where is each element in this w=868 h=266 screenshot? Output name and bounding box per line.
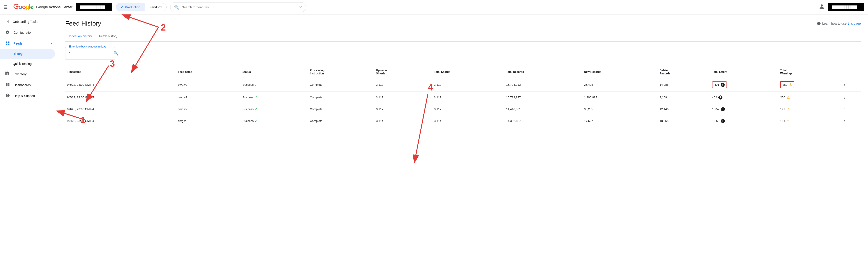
- cell-uploaded-shards: 3,117: [374, 103, 432, 115]
- cell-action[interactable]: ›: [842, 78, 861, 92]
- cell-status: Success ✓: [241, 78, 308, 92]
- user-avatar-icon[interactable]: [819, 4, 825, 11]
- col-uploaded-shards: UploadedShards: [374, 66, 432, 78]
- errors-value: 401: [714, 83, 719, 87]
- sidebar-item-inventory[interactable]: Inventory: [0, 69, 55, 79]
- cell-action[interactable]: ›: [842, 103, 861, 115]
- cell-feed-name: owg.v2: [176, 115, 241, 127]
- cell-action[interactable]: ›: [842, 92, 861, 103]
- cell-action[interactable]: ›: [842, 115, 861, 127]
- sidebar-label-feeds: Feeds: [13, 42, 23, 45]
- cell-total-warnings: 192 ⚠: [778, 103, 842, 115]
- search-input[interactable]: [182, 5, 296, 9]
- cell-total-warnings: 191 ⚠: [778, 115, 842, 127]
- cell-total-records: 14,392,187: [504, 115, 582, 127]
- errors-value: 1,257: [712, 107, 719, 111]
- learn-page-link[interactable]: this page: [848, 22, 861, 25]
- main-content: Feed History Learn how to use this page …: [58, 14, 868, 266]
- sidebar-item-quick-testing[interactable]: Quick Testing: [0, 59, 55, 69]
- config-icon: [5, 30, 10, 35]
- sidebar-label-dashboards: Dashboards: [13, 83, 31, 87]
- feed-history-table: Timestamp Feed name Status ProcessingIns…: [65, 66, 861, 127]
- col-action: [842, 66, 861, 78]
- lookback-search-icon[interactable]: 🔍: [114, 51, 118, 56]
- lookback-input[interactable]: [68, 51, 114, 56]
- table-body: 9/6/23, 23:00 GMT-4 owg.v2 Success ✓ Com…: [65, 78, 861, 127]
- cell-new-records: 1,306,987: [582, 92, 658, 103]
- production-env-button[interactable]: ✓ Production: [116, 3, 145, 11]
- sidebar-label-history: History: [13, 52, 23, 56]
- warnings-value: 192: [780, 107, 785, 111]
- sandbox-env-button[interactable]: Sandbox: [145, 3, 166, 11]
- cell-uploaded-shards: 3,114: [374, 115, 432, 127]
- menu-icon[interactable]: ☰: [4, 4, 8, 10]
- cell-feed-name: owg.v2: [176, 103, 241, 115]
- cell-total-warnings: 250 ⚠: [778, 92, 842, 103]
- sidebar-item-dashboards[interactable]: Dashboards: [0, 79, 55, 91]
- cell-total-shards: 3,118: [432, 78, 504, 92]
- status-text: Success: [243, 96, 254, 99]
- google-logo-svg: [13, 4, 34, 11]
- cell-status: Success ✓: [241, 115, 308, 127]
- sidebar-item-help[interactable]: Help & Support: [0, 91, 55, 101]
- col-total-errors: Total Errors: [710, 66, 778, 78]
- info-icon: ℹ: [721, 119, 725, 123]
- row-detail-button[interactable]: ›: [844, 118, 845, 124]
- cell-deleted-records: 12,446: [658, 103, 710, 115]
- chevron-down-icon: ∨: [50, 42, 52, 45]
- cell-uploaded-shards: 3,117: [374, 92, 432, 103]
- info-icon: ℹ: [721, 107, 725, 111]
- success-check-icon: ✓: [254, 82, 257, 87]
- onboarding-icon: ☑: [5, 19, 9, 24]
- top-header: ☰ Google Actions Center ████████████ ✓ P…: [0, 0, 868, 14]
- cell-feed-name: owg.v2: [176, 92, 241, 103]
- app-layout: ☑ Onboarding Tasks Configuration › Feeds…: [0, 14, 868, 266]
- warning-icon: ⚠: [789, 82, 792, 87]
- col-status: Status: [241, 66, 308, 78]
- sidebar: ☑ Onboarding Tasks Configuration › Feeds…: [0, 14, 58, 266]
- col-timestamp: Timestamp: [65, 66, 176, 78]
- feeds-icon: [5, 41, 10, 46]
- cell-status: Success ✓: [241, 103, 308, 115]
- sidebar-label-onboarding: Onboarding Tasks: [13, 20, 38, 24]
- header-right-box[interactable]: ████████████: [828, 3, 864, 11]
- row-detail-button[interactable]: ›: [844, 106, 845, 112]
- row-detail-button[interactable]: ›: [844, 82, 845, 87]
- sidebar-item-onboarding[interactable]: ☑ Onboarding Tasks: [0, 16, 55, 27]
- status-text: Success: [243, 107, 254, 111]
- cell-total-records: 14,416,061: [504, 103, 582, 115]
- warnings-value: 191: [780, 119, 785, 123]
- sidebar-item-feeds[interactable]: Feeds ∨: [0, 38, 58, 49]
- account-selector[interactable]: ████████████: [76, 3, 112, 11]
- sidebar-label-help: Help & Support: [13, 94, 35, 98]
- search-clear-icon[interactable]: ✕: [299, 5, 302, 10]
- tab-fetch-history[interactable]: Fetch history: [96, 32, 121, 41]
- row-detail-button[interactable]: ›: [844, 95, 845, 100]
- errors-value: 1,258: [712, 119, 719, 123]
- chevron-right-icon: ›: [52, 31, 52, 34]
- history-tabs: Ingestion history Fetch history: [65, 32, 861, 42]
- table-row: 9/6/23, 23:00 GMT-4 owg.v2 Success ✓ Com…: [65, 78, 861, 92]
- cell-new-records: 17,627: [582, 115, 658, 127]
- lookback-container: Enter lookback window in days 🔍: [65, 47, 861, 60]
- warnings-value: 250: [782, 83, 787, 87]
- lookback-input-wrap: Enter lookback window in days 🔍: [65, 47, 115, 60]
- learn-link: Learn how to use this page: [817, 22, 861, 26]
- cell-status: Success ✓: [241, 92, 308, 103]
- table-row: 9/5/23, 23:00 GMT-4 owg.v2 Success ✓ Com…: [65, 92, 861, 103]
- cell-total-shards: 3,117: [432, 103, 504, 115]
- check-icon: ✓: [121, 5, 124, 9]
- sidebar-label-configuration: Configuration: [13, 31, 32, 34]
- cell-feed-name: owg.v2: [176, 78, 241, 92]
- sidebar-item-history[interactable]: History: [0, 49, 55, 59]
- warning-icon: ⚠: [786, 107, 790, 111]
- col-total-shards: Total Shards: [432, 66, 504, 78]
- cell-processing: Complete: [308, 103, 374, 115]
- tab-ingestion-history[interactable]: Ingestion history: [65, 32, 96, 41]
- cell-new-records: 36,285: [582, 103, 658, 115]
- page-title: Feed History: [65, 20, 101, 27]
- sidebar-item-configuration[interactable]: Configuration ›: [0, 27, 58, 38]
- status-text: Success: [243, 119, 254, 123]
- cell-total-records: 15,724,213: [504, 78, 582, 92]
- cell-processing: Complete: [308, 78, 374, 92]
